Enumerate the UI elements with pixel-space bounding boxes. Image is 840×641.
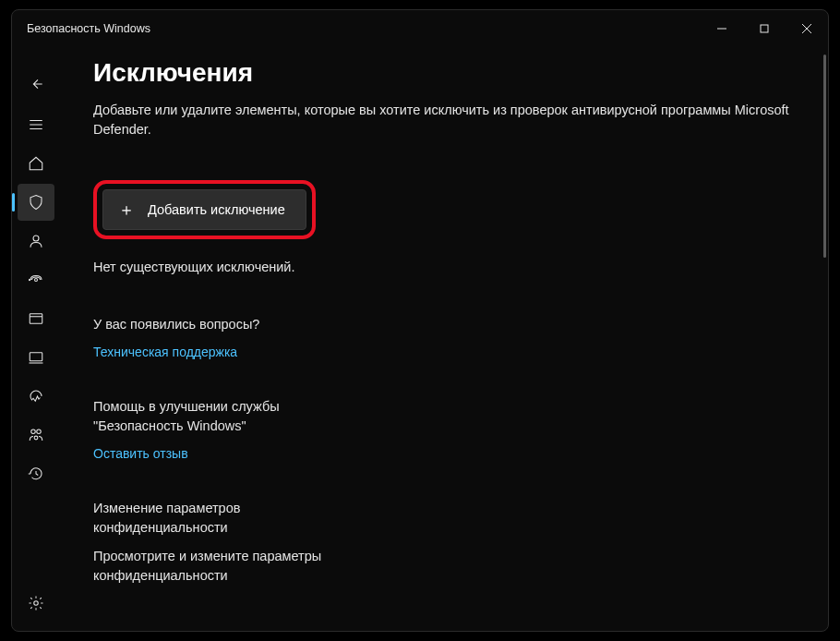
nav-app-browser-button[interactable] <box>18 300 54 337</box>
feedback-section: Помощь в улучшении службы "Безопасность … <box>93 397 333 462</box>
svg-point-7 <box>33 236 39 241</box>
home-icon <box>28 155 44 172</box>
privacy-heading: Изменение параметров конфиденциальности <box>93 499 333 538</box>
firewall-icon <box>28 272 44 288</box>
svg-point-8 <box>35 279 38 282</box>
content-area: Исключения Добавьте или удалите элементы… <box>60 47 828 631</box>
svg-point-14 <box>37 429 42 434</box>
window-controls <box>701 14 828 43</box>
close-icon <box>802 24 811 33</box>
help-section: У вас появились вопросы? Техническая под… <box>93 315 333 360</box>
nav-home-button[interactable] <box>18 145 54 182</box>
plus-icon: ＋ <box>118 201 135 218</box>
window-title: Безопасность Windows <box>27 22 150 35</box>
svg-rect-1 <box>761 25 768 32</box>
titlebar: Безопасность Windows <box>12 10 828 47</box>
app-window: Безопасность Windows <box>11 9 829 632</box>
nav-firewall-button[interactable] <box>18 261 54 298</box>
nav-device-performance-button[interactable] <box>18 378 54 415</box>
account-icon <box>28 233 44 249</box>
device-security-icon <box>28 349 44 366</box>
feedback-heading: Помощь в улучшении службы "Безопасность … <box>93 397 333 436</box>
minimize-button[interactable] <box>701 14 743 43</box>
svg-point-15 <box>34 436 38 440</box>
nav-virus-protection-button[interactable] <box>18 184 54 221</box>
nav-account-protection-button[interactable] <box>18 223 54 260</box>
nav-family-button[interactable] <box>18 417 54 454</box>
close-button[interactable] <box>786 14 828 43</box>
nav-device-security-button[interactable] <box>18 339 54 376</box>
page-title: Исключения <box>93 58 828 88</box>
history-icon <box>28 466 44 482</box>
svg-rect-11 <box>30 353 42 361</box>
add-exclusion-highlight: ＋ Добавить исключение <box>93 180 316 239</box>
gear-icon <box>28 595 44 611</box>
app-browser-icon <box>28 310 44 327</box>
window-body: Исключения Добавьте или удалите элементы… <box>12 47 828 631</box>
nav-settings-button[interactable] <box>18 585 54 622</box>
back-arrow-icon <box>29 77 43 91</box>
back-button[interactable] <box>21 69 51 99</box>
scrollbar-thumb[interactable] <box>823 54 826 258</box>
privacy-section: Изменение параметров конфиденциальности … <box>93 499 333 586</box>
maximize-icon <box>760 24 769 33</box>
family-icon <box>28 427 44 443</box>
sidebar <box>12 47 60 631</box>
maximize-button[interactable] <box>743 14 786 43</box>
svg-point-13 <box>31 429 36 434</box>
privacy-text: Просмотрите и измените параметры конфиде… <box>93 547 333 586</box>
help-heading: У вас появились вопросы? <box>93 315 333 334</box>
minimize-icon <box>717 24 726 33</box>
page-description: Добавьте или удалите элементы, которые в… <box>93 101 813 139</box>
feedback-link[interactable]: Оставить отзыв <box>93 446 188 461</box>
add-exclusion-label: Добавить исключение <box>148 202 285 217</box>
shield-icon <box>28 194 44 211</box>
device-performance-icon <box>28 388 44 405</box>
svg-rect-9 <box>30 314 42 324</box>
nav-menu-button[interactable] <box>18 106 54 143</box>
add-exclusion-button[interactable]: ＋ Добавить исключение <box>102 189 306 230</box>
svg-point-16 <box>34 601 39 606</box>
exclusions-empty-status: Нет существующих исключений. <box>93 260 828 274</box>
nav-protection-history-button[interactable] <box>18 455 54 492</box>
help-link[interactable]: Техническая поддержка <box>93 345 237 359</box>
menu-icon <box>28 116 44 133</box>
